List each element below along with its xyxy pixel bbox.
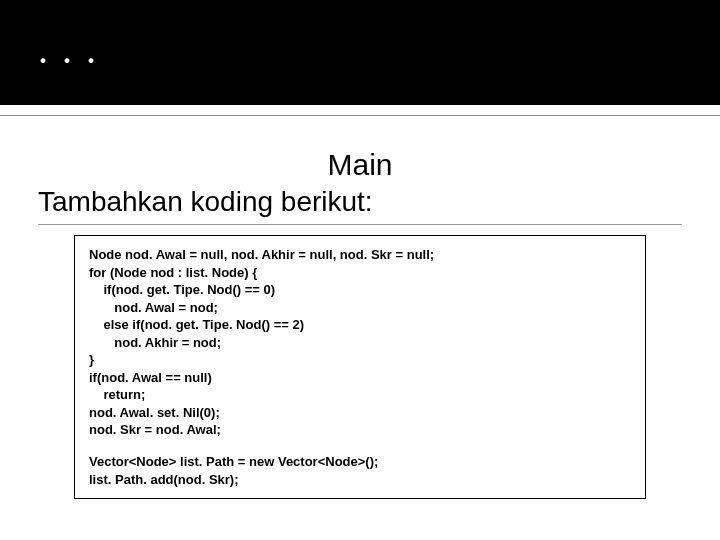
code-line: nod. Akhir = nod; bbox=[89, 334, 631, 352]
title-bar: . . . bbox=[0, 0, 720, 105]
slide-title: . . . bbox=[38, 26, 98, 73]
slide: . . . Main Tambahkan koding berikut: Nod… bbox=[0, 0, 720, 540]
code-line: return; bbox=[89, 386, 631, 404]
code-line: Vector<Node> list. Path = new Vector<Nod… bbox=[89, 453, 631, 471]
instruction-text: Tambahkan koding berikut: bbox=[38, 186, 682, 225]
code-line: list. Path. add(nod. Skr); bbox=[89, 471, 631, 489]
code-line: } bbox=[89, 351, 631, 369]
section-heading: Main bbox=[38, 148, 682, 182]
code-line: for (Node nod : list. Node) { bbox=[89, 264, 631, 282]
content-area: Main Tambahkan koding berikut: Node nod.… bbox=[38, 148, 682, 499]
code-line: nod. Skr = nod. Awal; bbox=[89, 421, 631, 439]
code-line: Node nod. Awal = null, nod. Akhir = null… bbox=[89, 246, 631, 264]
code-line: if(nod. Awal == null) bbox=[89, 369, 631, 387]
code-box: Node nod. Awal = null, nod. Akhir = null… bbox=[74, 235, 646, 499]
code-line: else if(nod. get. Tipe. Nod() == 2) bbox=[89, 316, 631, 334]
code-line: nod. Awal. set. Nil(0); bbox=[89, 404, 631, 422]
code-gap bbox=[89, 439, 631, 453]
code-line: nod. Awal = nod; bbox=[89, 299, 631, 317]
code-line: if(nod. get. Tipe. Nod() == 0) bbox=[89, 281, 631, 299]
divider bbox=[0, 115, 720, 116]
